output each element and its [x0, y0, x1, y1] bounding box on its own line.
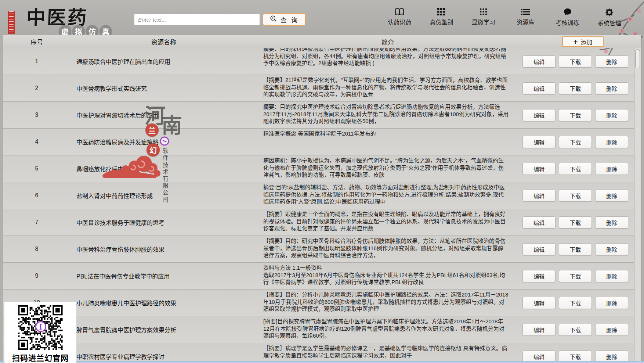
- search-input[interactable]: [134, 14, 260, 25]
- download-button[interactable]: 下载: [559, 297, 592, 309]
- table-row: 12 中职农村医学专业病理学教学探讨 ［摘要］病理学是医学生最基础的必修课之一，…: [3, 343, 641, 362]
- edit-button[interactable]: 编辑: [522, 243, 556, 255]
- delete-button[interactable]: 删除: [595, 351, 628, 362]
- table-row: 5 鼻咽癌放化疗后中医治疗思路 病因病机：陈小宁教授认为，本病属中医的气阴不足。…: [3, 155, 641, 182]
- table-row: 10 小儿肺炎喘嗽患儿中医护理路径的效果 【摘要】目的：分析小儿肺炎喘嗽患儿实施…: [3, 290, 641, 316]
- table-body: 1 通瘀汤联合中医护理在脑出血的应用 摘要：目的探讨通瘀汤联合中医护理在脑出血恢…: [3, 48, 641, 362]
- nav-label: 认药识药: [388, 17, 411, 26]
- nav-label: 真伪鉴别: [430, 17, 453, 26]
- add-button-label: 添加: [580, 37, 592, 46]
- row-actions: 编辑 下载 删除: [518, 182, 641, 209]
- download-button[interactable]: 下载: [559, 270, 592, 282]
- resource-intro: ［摘要］病理学是医学生最基础的必修课之一，是基础医学与临床医学的连接枢纽 具有特…: [257, 343, 518, 362]
- resource-name: 中医药防治糖尿病及并发症策略: [70, 129, 257, 155]
- download-button[interactable]: 下载: [559, 324, 592, 336]
- add-button[interactable]: + 添加: [562, 36, 604, 47]
- app-window: { "header": { "logo": { "title": "中医药", …: [0, 0, 644, 363]
- qr-center-logo: ʃ: [35, 321, 46, 332]
- nav-item-ziyuanku[interactable]: 资源库: [506, 8, 544, 27]
- delete-button[interactable]: 删除: [595, 55, 628, 68]
- magnifier-plus-icon: [269, 15, 278, 25]
- edit-button[interactable]: 编辑: [522, 351, 556, 362]
- column-header-index: 序号: [3, 35, 70, 48]
- row-actions: 编辑 下载 删除: [518, 263, 641, 289]
- nav-item-zhenwei[interactable]: 真伪鉴别: [422, 8, 460, 27]
- edit-button[interactable]: 编辑: [522, 109, 556, 121]
- nav-item-kaohe[interactable]: 考核训练: [549, 8, 587, 27]
- nav-label: 考核训练: [556, 18, 579, 27]
- resource-intro: 资料与方法 1.1一般资料 选取2017年3月至2018年6月中医骨伤临床专业两…: [257, 263, 518, 289]
- delete-button[interactable]: 删除: [595, 243, 628, 255]
- table-row: 8 中医骨科治疗骨伤肢体肿胀的效果 【摘要】目的：研究中医骨科综合治疗骨伤后期肢…: [3, 236, 641, 263]
- edit-button[interactable]: 编辑: [522, 136, 556, 148]
- edit-button[interactable]: 编辑: [522, 55, 556, 68]
- row-actions: 编辑 下载 删除: [518, 209, 641, 236]
- list-icon: [521, 8, 530, 15]
- qr-panel: ʃ 扫码进兰幻官网: [4, 302, 76, 363]
- chat-bubble-icon: [563, 8, 572, 16]
- resource-name: 中医目诊技术服务于眼健康的思考: [70, 209, 257, 236]
- column-header-name: 资源名称: [70, 35, 257, 48]
- resource-intro: 【摘要】目的：研究中医骨科综合治疗骨伤后期肢体肿胀的效果。方法：从笔者所在医院收…: [257, 236, 518, 262]
- table-row: 1 通瘀汤联合中医护理在脑出血的应用 摘要：目的探讨通瘀汤联合中医护理在脑出血恢…: [3, 48, 641, 75]
- row-actions: 编辑 下载 删除: [518, 75, 641, 101]
- download-button[interactable]: 下载: [559, 136, 592, 148]
- download-button[interactable]: 下载: [559, 243, 592, 255]
- delete-button[interactable]: 删除: [595, 136, 628, 148]
- nav-item-xianwei[interactable]: 显微学习: [464, 8, 503, 27]
- table-row: 7 中医目诊技术服务于眼健康的思考 ［摘要］眼健康是一个全面的概念，是指在没有眼…: [3, 209, 641, 236]
- scrollbar-thumb[interactable]: [635, 49, 640, 68]
- nav-label: 系统管理: [598, 18, 621, 27]
- edit-button[interactable]: 编辑: [522, 163, 556, 175]
- resource-name: 盐制入肾对中药药性理论形成: [70, 182, 257, 209]
- top-bar: 中医药 虚 拟 仿 真 查 询 认药识药 真伪鉴别 显微学习 资源库: [0, 0, 644, 35]
- delete-button[interactable]: 删除: [595, 190, 628, 202]
- delete-button[interactable]: 删除: [595, 324, 628, 336]
- search-button[interactable]: 查 询: [263, 13, 306, 26]
- row-index: 4: [3, 129, 70, 155]
- resource-name: 鼻咽癌放化疗后中医治疗思路: [70, 155, 257, 182]
- nav-item-renyaoshiyao[interactable]: 认药识药: [380, 8, 419, 27]
- delete-button[interactable]: 删除: [595, 109, 628, 121]
- download-button[interactable]: 下载: [559, 82, 592, 94]
- bottom-edge-strip: [0, 361, 644, 363]
- nav-label: 显微学习: [472, 17, 495, 26]
- edit-button[interactable]: 编辑: [522, 297, 556, 309]
- search-button-label: 查 询: [281, 15, 299, 24]
- edit-button[interactable]: 编辑: [522, 216, 556, 229]
- edit-button[interactable]: 编辑: [522, 82, 556, 94]
- download-button[interactable]: 下载: [559, 55, 592, 68]
- main-nav: 认药识药 真伪鉴别 显微学习 资源库 考核训练 系统管理: [380, 8, 629, 27]
- row-actions: 编辑 下载 删除: [518, 343, 641, 362]
- row-index: 8: [3, 236, 70, 262]
- row-index: 6: [3, 182, 70, 209]
- row-actions: 编辑 下载 删除: [518, 155, 641, 182]
- delete-button[interactable]: 删除: [595, 216, 628, 229]
- row-actions: 编辑 下载 删除: [518, 236, 641, 262]
- table-row: 9 PBL法在中医骨伤专业教学中的应用 资料与方法 1.1一般资料 选取2017…: [3, 263, 641, 290]
- resource-name: 小儿肺炎喘嗽患儿中医护理路径的效果: [70, 290, 257, 316]
- column-header-intro: 简介: [257, 35, 518, 48]
- nav-item-xitong[interactable]: 系统管理: [590, 8, 629, 27]
- vertical-scrollbar[interactable]: [634, 48, 641, 361]
- download-button[interactable]: 下载: [559, 216, 592, 229]
- download-button[interactable]: 下载: [559, 163, 592, 175]
- download-button[interactable]: 下载: [559, 109, 592, 121]
- download-button[interactable]: 下载: [559, 351, 592, 362]
- plus-icon: +: [574, 38, 578, 46]
- download-button[interactable]: 下载: [559, 190, 592, 202]
- edit-button[interactable]: 编辑: [522, 324, 556, 336]
- delete-button[interactable]: 删除: [595, 163, 628, 175]
- resource-name: 脾胃气虚胃脘痛中医护理方案效果分析: [70, 316, 257, 343]
- edit-button[interactable]: 编辑: [522, 270, 556, 282]
- row-index: 2: [3, 75, 70, 101]
- resource-intro: 【摘要】目的：分析小儿肺炎喘嗽患儿实施临床中医护理路径的效果。方法：选取2017…: [257, 290, 518, 316]
- delete-button[interactable]: 删除: [595, 82, 628, 94]
- resource-intro: 摘要:目的:从盐制的辅料盐、方法、药物、功效等方面对盐制进行整理,为盐制对中药药…: [257, 182, 518, 209]
- row-index: 1: [3, 48, 70, 75]
- red-seal: [8, 11, 15, 34]
- delete-button[interactable]: 删除: [595, 270, 628, 282]
- row-actions: 编辑 下载 删除: [518, 102, 641, 128]
- delete-button[interactable]: 删除: [595, 297, 628, 309]
- edit-button[interactable]: 编辑: [522, 190, 556, 202]
